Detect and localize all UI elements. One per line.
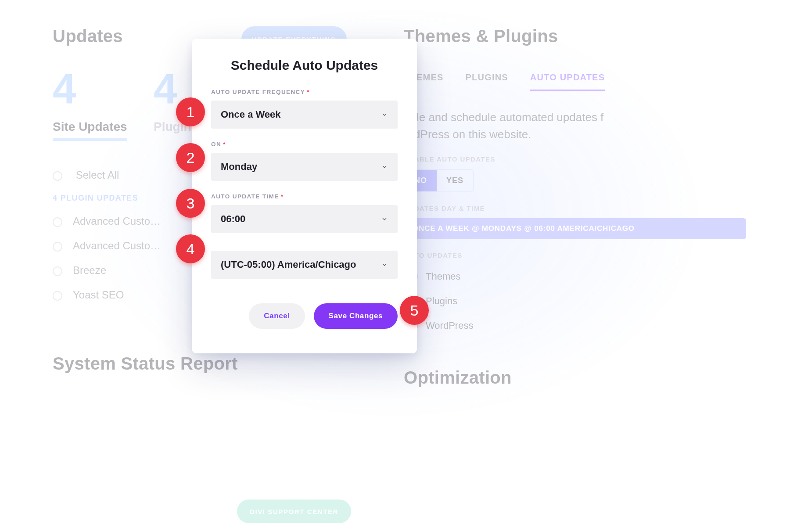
modal-title: Schedule Auto Updates	[211, 58, 398, 73]
tab-auto-updates: AUTO UPDATES	[530, 72, 605, 91]
annotation-badge-3: 3	[176, 189, 205, 218]
enable-auto-updates-label: ENABLE AUTO UPDATES	[404, 155, 746, 163]
optimization-heading: Optimization	[404, 368, 746, 388]
frequency-label: AUTO UPDATE FREQUENCY*	[211, 89, 398, 95]
on-select[interactable]: Monday	[211, 153, 398, 181]
schedule-auto-updates-modal: Schedule Auto Updates AUTO UPDATE FREQUE…	[192, 39, 417, 353]
annotation-badge-4: 4	[176, 234, 205, 263]
timezone-value: (UTC-05:00) America/Chicago	[221, 259, 356, 270]
time-select[interactable]: 06:00	[211, 205, 398, 233]
on-label: ON*	[211, 141, 398, 147]
list-item: 2Plugins	[404, 294, 746, 308]
modal-actions: Cancel Save Changes	[211, 303, 398, 329]
auto-updates-list-label: AUTO UPDATES	[404, 252, 746, 259]
tab-site-updates: Site Updates	[53, 120, 127, 134]
frequency-value: Once a Week	[221, 109, 281, 120]
on-value: Monday	[221, 161, 257, 173]
timezone-select[interactable]: (UTC-05:00) America/Chicago	[211, 251, 398, 279]
chevron-down-icon	[381, 216, 388, 223]
system-status-heading: System Status Report	[53, 354, 377, 374]
time-group: AUTO UPDATE TIME* 06:00	[211, 193, 398, 233]
schedule-label: UPDATES DAY & TIME	[404, 205, 746, 212]
annotation-badge-1: 1	[176, 97, 205, 126]
schedule-pill: ONCE A WEEK @ MONDAYS @ 06:00 AMERICA/CH…	[404, 218, 746, 239]
annotation-badge-5: 5	[400, 296, 429, 325]
chevron-down-icon	[381, 261, 388, 268]
time-label: AUTO UPDATE TIME*	[211, 193, 398, 200]
timezone-group: (UTC-05:00) America/Chicago	[211, 251, 398, 279]
chevron-down-icon	[381, 163, 388, 170]
frequency-select[interactable]: Once a Week	[211, 101, 398, 129]
checkbox-icon	[53, 171, 62, 181]
chevron-down-icon	[381, 111, 388, 118]
divi-support-button: DIVI SUPPORT CENTER	[237, 500, 351, 523]
on-group: ON* Monday	[211, 141, 398, 181]
annotation-badge-2: 2	[176, 143, 205, 172]
list-item: WordPress	[404, 319, 746, 333]
time-value: 06:00	[221, 213, 245, 225]
tab-plugins-r: PLUGINS	[466, 72, 508, 91]
site-updates-count: 4	[53, 68, 127, 110]
frequency-group: AUTO UPDATE FREQUENCY* Once a Week	[211, 89, 398, 129]
list-item: Themes	[404, 270, 746, 284]
themes-plugins-heading: Themes & Plugins	[404, 26, 746, 46]
save-button[interactable]: Save Changes	[314, 303, 398, 329]
cancel-button[interactable]: Cancel	[249, 303, 305, 329]
